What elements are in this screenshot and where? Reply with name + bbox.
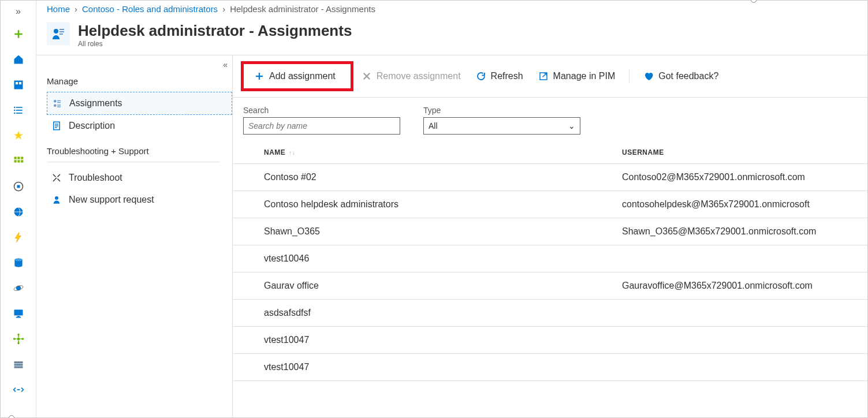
svg-rect-24 (16, 317, 20, 318)
refresh-button[interactable]: Refresh (469, 68, 530, 85)
highlight-box: Add assignment (241, 61, 353, 91)
svg-rect-22 (14, 309, 23, 315)
rail-list-icon[interactable] (8, 102, 29, 118)
svg-point-27 (17, 342, 19, 344)
feedback-button[interactable]: Got feedback? (636, 68, 725, 85)
page-title: Helpdesk administrator - Assignments (78, 22, 352, 40)
rail-app-services-icon[interactable] (8, 204, 29, 220)
breadcrumb: Home › Contoso - Roles and administrator… (36, 1, 867, 17)
svg-rect-31 (14, 364, 23, 365)
svg-point-34 (54, 29, 58, 33)
table-row[interactable]: Contoso #02Contoso02@M365x729001.onmicro… (233, 164, 867, 191)
svg-point-38 (54, 100, 57, 103)
rail-resource-groups-icon[interactable] (8, 178, 29, 195)
rail-expand-icon[interactable]: » (16, 6, 21, 17)
remove-assignment-button[interactable]: Remove assignment (355, 68, 468, 85)
table-row[interactable]: vtest10046 (233, 245, 867, 273)
search-input[interactable] (243, 117, 400, 135)
menu-item-description[interactable]: Description (47, 115, 232, 137)
breadcrumb-current: Helpdesk administrator - Assignments (230, 4, 375, 14)
svg-point-25 (17, 338, 20, 341)
svg-point-26 (17, 334, 19, 335)
cell-name: Contoso helpdesk administrators (264, 199, 622, 210)
table-body: Contoso #02Contoso02@M365x729001.onmicro… (233, 164, 867, 417)
heart-icon (643, 71, 654, 81)
button-label: Refresh (491, 71, 523, 81)
type-select[interactable]: All ⌄ (423, 117, 580, 135)
rail-sql-icon[interactable] (8, 255, 29, 271)
cell-username (622, 362, 857, 372)
cell-username (622, 335, 857, 345)
svg-rect-9 (14, 157, 16, 159)
cell-username: Shawn_O365@M365x729001.onmicrosoft.com (622, 226, 857, 237)
menu-item-assignments[interactable]: Assignments (47, 92, 232, 115)
breadcrumb-separator: › (74, 4, 77, 14)
table-row[interactable]: Gaurav officeGauravoffice@M365x729001.on… (233, 273, 867, 300)
rail-load-balancer-icon[interactable] (8, 331, 29, 347)
type-value: All (429, 121, 438, 130)
refresh-icon (476, 71, 486, 81)
cell-name: vtest10047 (264, 362, 622, 372)
menu-item-troubleshoot[interactable]: Troubleshoot (47, 167, 232, 189)
svg-rect-39 (57, 100, 61, 102)
cell-username: contosohelpdesk@M365x729001.onmicrosoft (622, 199, 857, 210)
rail-dashboard-icon[interactable] (8, 77, 29, 93)
command-bar: Add assignment Remove assignment Refresh… (233, 55, 867, 98)
support-icon (51, 195, 62, 205)
table-row[interactable]: asdsafsdfsf (233, 300, 867, 327)
svg-rect-16 (17, 185, 20, 188)
window-resize-handle-bottom[interactable] (9, 415, 14, 418)
svg-rect-43 (57, 106, 61, 107)
cell-name: vtest10046 (264, 253, 622, 264)
table-header-row: NAME ↑↓ USERNAME (233, 139, 867, 164)
table-row[interactable]: Shawn_O365Shawn_O365@M365x729001.onmicro… (233, 218, 867, 245)
svg-point-19 (14, 259, 22, 262)
rail-cosmos-icon[interactable] (8, 280, 29, 296)
menu-heading-troubleshoot: Troubleshooting + Support (47, 146, 232, 156)
svg-point-8 (14, 113, 16, 114)
manage-pim-button[interactable]: Manage in PIM (531, 68, 623, 85)
svg-rect-13 (17, 160, 20, 162)
col-header-name[interactable]: NAME (264, 148, 285, 156)
menu-label: Troubleshoot (69, 173, 122, 183)
rail-home-icon[interactable] (8, 51, 29, 68)
assignments-icon (52, 98, 62, 109)
breadcrumb-separator: › (222, 4, 225, 14)
rail-storage-icon[interactable] (8, 356, 29, 372)
menu-item-new-support[interactable]: New support request (47, 189, 232, 211)
breadcrumb-roles[interactable]: Contoso - Roles and administrators (82, 4, 218, 14)
table-row[interactable]: vtest10047 (233, 327, 867, 354)
svg-point-48 (55, 196, 58, 200)
cell-username (622, 253, 857, 264)
x-icon (362, 71, 372, 81)
cell-name: Contoso #02 (264, 172, 622, 182)
menu-label: New support request (69, 195, 154, 205)
col-header-username[interactable]: USERNAME (622, 148, 857, 156)
svg-rect-32 (14, 366, 23, 368)
add-assignment-button[interactable]: Add assignment (247, 68, 342, 85)
svg-rect-36 (59, 31, 64, 32)
svg-point-20 (16, 286, 20, 290)
content-pane: Add assignment Remove assignment Refresh… (233, 55, 867, 417)
cell-name: asdsafsdfsf (264, 308, 622, 318)
chevron-down-icon: ⌄ (568, 121, 575, 130)
breadcrumb-home[interactable]: Home (47, 4, 70, 14)
svg-rect-10 (17, 157, 20, 159)
svg-point-29 (21, 338, 23, 339)
role-icon (47, 22, 70, 45)
svg-rect-35 (59, 29, 64, 30)
menu-collapse-icon[interactable]: « (223, 60, 228, 69)
rail-functions-icon[interactable] (8, 229, 29, 245)
rail-all-resources-icon[interactable] (8, 153, 29, 169)
rail-create-icon[interactable] (8, 26, 29, 42)
tools-icon (51, 173, 62, 183)
table-row[interactable]: vtest10047 (233, 354, 867, 381)
rail-network-icon[interactable] (8, 382, 29, 398)
sort-icon[interactable]: ↑↓ (289, 150, 295, 156)
rail-favorites-icon[interactable] (8, 128, 29, 144)
cell-username (622, 308, 857, 318)
menu-heading-manage: Manage (47, 76, 232, 86)
svg-rect-30 (14, 361, 23, 363)
table-row[interactable]: Contoso helpdesk administratorscontosohe… (233, 191, 867, 218)
rail-vm-icon[interactable] (8, 305, 29, 322)
